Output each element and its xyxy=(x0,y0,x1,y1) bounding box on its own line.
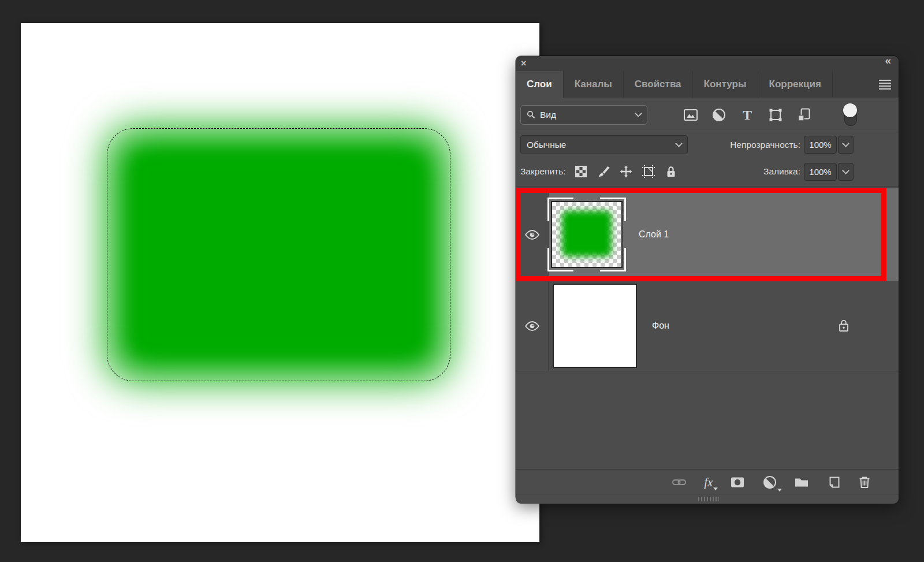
lock-position-move-icon[interactable] xyxy=(619,165,633,178)
link-layers-icon xyxy=(672,475,687,489)
fill-value-field[interactable]: 100% xyxy=(804,163,837,181)
layer-row-layer1[interactable]: Слой 1 xyxy=(516,188,899,281)
background-name[interactable]: Фон xyxy=(652,321,669,331)
lock-artboard-icon[interactable] xyxy=(642,165,655,178)
layer1-name[interactable]: Слой 1 xyxy=(639,229,669,240)
lock-all-padlock-icon[interactable] xyxy=(664,165,678,178)
tab-layers[interactable]: Слои xyxy=(516,71,564,98)
search-icon xyxy=(527,110,535,119)
opacity-value-field[interactable]: 100% xyxy=(804,136,837,154)
eye-visibility-icon[interactable] xyxy=(524,229,540,240)
filter-pixel-layers-icon[interactable] xyxy=(683,107,698,122)
link-layers-button[interactable] xyxy=(672,475,687,489)
toggle-knob xyxy=(843,103,857,117)
close-panel-button[interactable]: × xyxy=(521,57,526,70)
lock-image-pixels-brush-icon[interactable] xyxy=(597,165,610,178)
layers-list: Слой 1 Фон xyxy=(516,187,899,469)
delete-layer-button[interactable] xyxy=(858,475,871,489)
layer-style-fx-icon: fx xyxy=(704,477,713,488)
tab-channels[interactable]: Каналы xyxy=(564,71,624,98)
filter-row: Вид T xyxy=(516,98,899,132)
trash-icon xyxy=(858,475,871,489)
thumbnail-corner-bracket xyxy=(547,198,573,221)
thumbnail-corner-bracket xyxy=(600,248,626,271)
panel-menu-icon[interactable] xyxy=(879,80,891,90)
chevron-down-icon xyxy=(635,110,642,117)
tab-properties[interactable]: Свойства xyxy=(624,71,693,98)
fill-label: Заливка: xyxy=(763,166,800,177)
lock-buttons xyxy=(574,165,678,178)
filter-kind-buttons: T xyxy=(683,107,811,122)
triangle-down-icon xyxy=(777,489,782,492)
resize-grip-handle[interactable] xyxy=(698,497,719,501)
filter-type-value: Вид xyxy=(540,110,556,120)
eye-visibility-icon[interactable] xyxy=(524,321,540,332)
svg-text:T: T xyxy=(743,107,752,122)
layer-style-button[interactable]: fx xyxy=(704,477,713,488)
opacity-dropdown-button[interactable] xyxy=(838,136,854,154)
document-canvas[interactable] xyxy=(21,23,539,542)
background-thumbnail[interactable] xyxy=(553,284,637,368)
blend-mode-value: Обычные xyxy=(527,140,566,150)
chevron-down-icon xyxy=(675,140,683,147)
new-group-button[interactable] xyxy=(794,475,809,489)
panel-resize-strip xyxy=(516,494,899,504)
lock-transparent-pixels-icon[interactable] xyxy=(574,165,588,178)
thumbnail-corner-bracket xyxy=(600,198,626,221)
panel-titlebar: × « xyxy=(516,56,899,71)
filter-on-off-toggle[interactable] xyxy=(843,103,858,126)
panel-bottom-toolbar: fx xyxy=(516,469,899,494)
chevron-down-icon xyxy=(842,167,850,174)
layer-mask-icon xyxy=(730,475,745,489)
tab-paths[interactable]: Контуры xyxy=(693,71,758,98)
panel-tab-bar: Слои Каналы Свойства Контуры Коррекция xyxy=(516,71,899,98)
opacity-label: Непрозрачность: xyxy=(730,140,800,150)
selection-marching-ants xyxy=(107,128,450,381)
filter-shape-layers-icon[interactable] xyxy=(768,107,783,122)
group-folder-icon xyxy=(794,475,809,489)
new-layer-button[interactable] xyxy=(826,475,840,489)
filter-type-dropdown[interactable]: Вид xyxy=(520,105,647,125)
adjustment-layer-icon xyxy=(763,475,777,489)
blend-mode-dropdown[interactable]: Обычные xyxy=(520,135,688,154)
fill-dropdown-button[interactable] xyxy=(838,163,854,181)
photoshop-workspace: × « Слои Каналы Свойства Контуры Коррекц… xyxy=(0,0,924,562)
background-locked-icon xyxy=(837,319,850,333)
blend-mode-row: Обычные Непрозрачность: 100% xyxy=(516,132,899,157)
triangle-down-icon xyxy=(713,487,718,490)
new-layer-icon xyxy=(826,475,840,489)
thumbnail-corner-bracket xyxy=(547,248,573,271)
layers-panel: × « Слои Каналы Свойства Контуры Коррекц… xyxy=(516,56,899,501)
filter-smart-objects-icon[interactable] xyxy=(796,107,811,122)
lock-row: Закрепить: xyxy=(516,157,899,187)
filter-adjustment-layers-icon[interactable] xyxy=(711,107,726,122)
layer1-thumbnail[interactable] xyxy=(551,201,623,268)
lock-label: Закрепить: xyxy=(520,166,566,177)
filter-type-layers-icon[interactable]: T xyxy=(740,107,755,122)
collapse-panel-icon[interactable]: « xyxy=(885,54,891,67)
layer-row-background[interactable]: Фон xyxy=(516,281,899,371)
visibility-column xyxy=(516,188,549,281)
tab-adjustments[interactable]: Коррекция xyxy=(758,71,833,98)
visibility-column xyxy=(516,281,549,371)
chevron-down-icon xyxy=(842,140,850,147)
new-adjustment-layer-button[interactable] xyxy=(763,475,777,489)
add-layer-mask-button[interactable] xyxy=(730,475,745,489)
